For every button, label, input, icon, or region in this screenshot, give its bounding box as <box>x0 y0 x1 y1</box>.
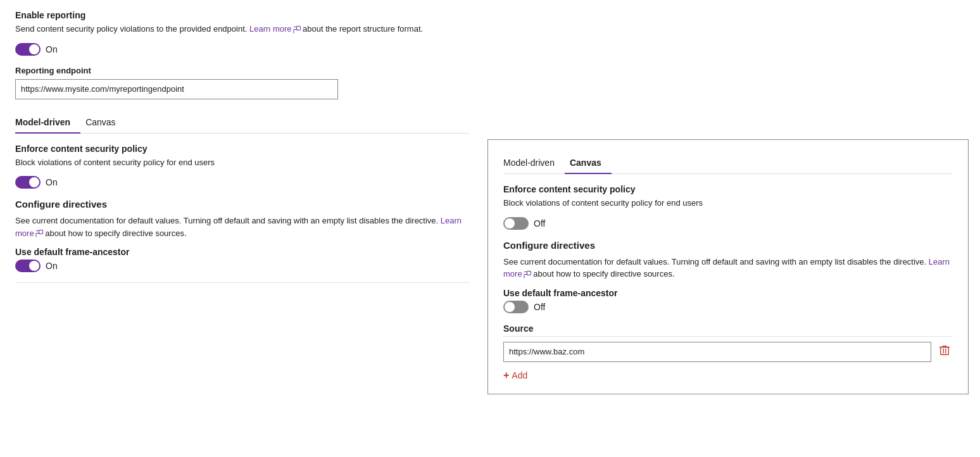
left-enforce-csp-desc: Block violations of content security pol… <box>15 156 470 169</box>
right-frame-ancestor-toggle-label: Off <box>534 302 545 312</box>
right-tabs: Model-driven Canvas <box>503 153 953 174</box>
right-configure-ext-link-icon <box>524 271 531 279</box>
left-enforce-csp-toggle-track <box>15 176 41 189</box>
left-configure-directives-section: Configure directives See current documen… <box>15 199 470 239</box>
left-tabs: Model-driven Canvas <box>15 112 470 134</box>
left-panel: Enable reporting Send content security p… <box>15 10 490 447</box>
right-configure-directives-section: Configure directives See current documen… <box>503 240 953 280</box>
left-configure-directives-desc: See current documentation for default va… <box>15 215 470 239</box>
enable-reporting-desc: Send content security policy violations … <box>15 23 470 35</box>
right-configure-directives-desc-post: about how to specify directive sources. <box>531 269 675 279</box>
enable-reporting-toggle[interactable] <box>15 43 41 56</box>
right-frame-ancestor-section: Use default frame-ancestor Off <box>503 288 953 313</box>
left-configure-directives-desc-pre: See current documentation for default va… <box>15 216 441 225</box>
right-enforce-csp-toggle-container: Off <box>503 217 953 230</box>
right-source-delete-button[interactable] <box>936 342 953 361</box>
right-source-add-button[interactable]: + Add <box>503 367 527 384</box>
left-enforce-csp-toggle[interactable] <box>15 176 41 189</box>
right-configure-directives-desc-pre: See current documentation for default va… <box>503 257 929 266</box>
left-enforce-csp-title: Enforce content security policy <box>15 144 470 154</box>
reporting-endpoint-input[interactable] <box>15 79 338 99</box>
enable-reporting-toggle-thumb <box>29 44 39 54</box>
left-configure-ext-link-icon <box>35 230 43 237</box>
right-enforce-csp-title: Enforce content security policy <box>503 184 953 194</box>
left-frame-ancestor-toggle-label: On <box>46 261 58 271</box>
left-frame-ancestor-toggle-container: On <box>15 260 470 272</box>
right-configure-directives-title: Configure directives <box>503 240 953 251</box>
external-link-icon <box>293 26 301 34</box>
right-enforce-csp-section: Enforce content security policy Block vi… <box>503 184 953 230</box>
right-source-input[interactable] <box>503 342 931 362</box>
left-tab-model-driven[interactable]: Model-driven <box>15 112 80 134</box>
left-frame-ancestor-toggle-thumb <box>29 261 39 271</box>
reporting-endpoint-section: Reporting endpoint <box>15 66 470 112</box>
left-frame-ancestor-toggle[interactable] <box>15 260 41 272</box>
right-enforce-csp-desc: Block violations of content security pol… <box>503 197 953 210</box>
enable-reporting-toggle-label: On <box>46 44 58 54</box>
right-source-section: Source + Add <box>503 323 953 384</box>
delete-icon <box>939 344 950 356</box>
right-frame-ancestor-toggle-container: Off <box>503 301 953 313</box>
left-enforce-csp-section: Enforce content security policy Block vi… <box>15 144 470 189</box>
right-tab-model-driven[interactable]: Model-driven <box>503 153 565 174</box>
left-configure-directives-title: Configure directives <box>15 199 470 210</box>
reporting-endpoint-label: Reporting endpoint <box>15 66 470 75</box>
svg-rect-3 <box>941 347 949 355</box>
left-enforce-csp-toggle-thumb <box>29 177 39 187</box>
right-frame-ancestor-toggle-track <box>503 301 529 313</box>
left-configure-directives-desc-post: about how to specify directive sources. <box>43 228 187 238</box>
left-frame-ancestor-label: Use default frame-ancestor <box>15 247 470 257</box>
right-frame-ancestor-label: Use default frame-ancestor <box>503 288 953 298</box>
enable-reporting-section: Enable reporting Send content security p… <box>15 10 470 56</box>
enable-reporting-desc-pre: Send content security policy violations … <box>15 24 249 34</box>
enable-reporting-learn-more-link[interactable]: Learn more <box>249 24 291 34</box>
right-source-label: Source <box>503 323 953 337</box>
left-tab-canvas[interactable]: Canvas <box>80 112 125 134</box>
page-container: Enable reporting Send content security p… <box>0 0 980 457</box>
right-frame-ancestor-toggle-thumb <box>505 302 515 312</box>
right-enforce-csp-toggle-label: Off <box>534 218 545 228</box>
left-bottom-divider <box>15 282 470 283</box>
add-label: Add <box>512 370 527 380</box>
right-enforce-csp-toggle-thumb <box>505 218 515 228</box>
enable-reporting-toggle-track <box>15 43 41 56</box>
right-enforce-csp-toggle-track <box>503 217 529 230</box>
left-enforce-csp-toggle-label: On <box>46 177 58 187</box>
right-enforce-csp-toggle[interactable] <box>503 217 529 230</box>
left-frame-ancestor-section: Use default frame-ancestor On <box>15 247 470 272</box>
enable-reporting-desc-post: about the report structure format. <box>301 24 424 34</box>
left-frame-ancestor-toggle-track <box>15 260 41 272</box>
add-icon: + <box>503 370 509 381</box>
right-tab-canvas[interactable]: Canvas <box>565 153 612 174</box>
right-panel: Model-driven Canvas Enforce content secu… <box>487 139 969 394</box>
enable-reporting-toggle-container: On <box>15 43 470 56</box>
right-frame-ancestor-toggle[interactable] <box>503 301 529 313</box>
right-source-input-row <box>503 342 953 362</box>
enable-reporting-title: Enable reporting <box>15 10 470 20</box>
right-configure-directives-desc: See current documentation for default va… <box>503 256 953 280</box>
left-enforce-csp-toggle-container: On <box>15 176 470 189</box>
